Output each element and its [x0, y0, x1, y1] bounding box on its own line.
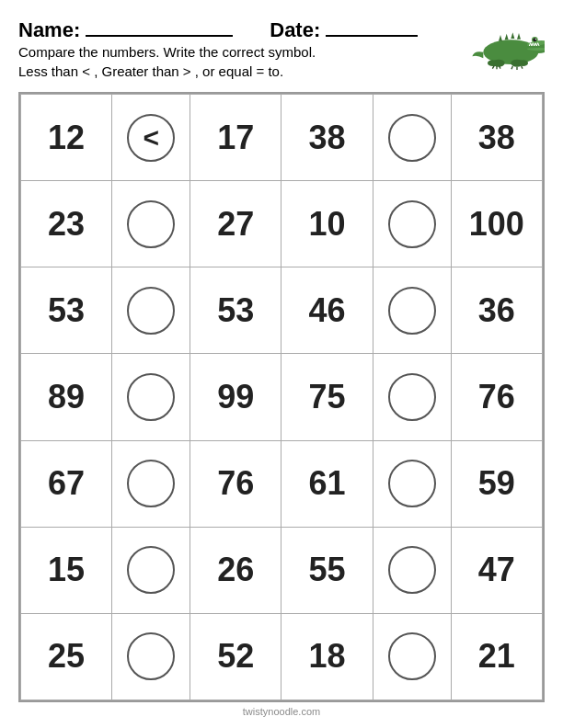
right-num2: 100: [451, 181, 542, 267]
right-num2: 76: [451, 354, 542, 440]
name-underline[interactable]: [86, 17, 233, 37]
svg-point-12: [518, 60, 528, 66]
left-symbol-circle[interactable]: [127, 546, 175, 594]
left-circle[interactable]: [112, 527, 190, 613]
left-num1: 15: [21, 527, 112, 613]
name-date-area: Name: Date: Compare the numbers. Write t…: [18, 17, 418, 88]
left-circle[interactable]: <: [112, 95, 190, 181]
left-circle[interactable]: [112, 181, 190, 267]
instruction-line1: Compare the numbers. Write the correct s…: [18, 42, 418, 62]
right-circle[interactable]: [373, 181, 451, 267]
left-num1: 25: [21, 613, 112, 700]
right-circle[interactable]: [373, 267, 451, 354]
left-num2: 53: [190, 267, 282, 354]
left-circle[interactable]: [112, 354, 190, 440]
name-field: Name:: [18, 17, 233, 42]
left-num2: 17: [190, 95, 282, 181]
svg-marker-8: [499, 35, 502, 41]
right-symbol-circle[interactable]: [388, 114, 436, 162]
right-num1: 46: [282, 267, 373, 354]
left-symbol-circle[interactable]: [127, 632, 175, 680]
svg-line-16: [511, 66, 512, 69]
left-num2: 52: [190, 613, 282, 700]
right-num2: 38: [451, 95, 542, 181]
right-circle[interactable]: [373, 354, 451, 440]
instructions: Compare the numbers. Write the correct s…: [18, 42, 418, 81]
instruction-line2: Less than < , Greater than > , or equal …: [18, 62, 418, 81]
right-num1: 61: [282, 440, 373, 527]
name-label: Name:: [18, 18, 80, 42]
name-date: Name: Date:: [18, 17, 418, 42]
left-num1: 89: [21, 354, 112, 440]
right-circle[interactable]: [373, 95, 451, 181]
left-symbol-circle[interactable]: [127, 373, 175, 421]
page: Name: Date: Compare the numbers. Write t…: [0, 0, 563, 728]
right-num1: 55: [282, 527, 373, 613]
comparison-table-container: 12 < 17 38 38 23 27 10 100 53: [18, 92, 545, 702]
left-symbol-circle[interactable]: [127, 287, 175, 335]
right-symbol-circle[interactable]: [388, 287, 436, 335]
right-symbol-circle[interactable]: [388, 460, 436, 507]
svg-marker-6: [511, 32, 514, 39]
right-symbol-circle[interactable]: [388, 632, 436, 680]
header-row: Name: Date: Compare the numbers. Write t…: [18, 17, 545, 88]
left-num2: 76: [190, 440, 282, 527]
svg-marker-7: [517, 33, 521, 40]
alligator-icon: [471, 17, 545, 72]
right-num1: 38: [282, 95, 373, 181]
right-circle[interactable]: [373, 440, 451, 527]
left-num2: 26: [190, 527, 282, 613]
svg-point-11: [488, 60, 498, 66]
right-num1: 75: [282, 354, 373, 440]
left-symbol-circle[interactable]: [127, 460, 175, 507]
left-symbol-circle[interactable]: <: [127, 114, 175, 162]
left-symbol-circle[interactable]: [127, 200, 175, 248]
date-label: Date:: [270, 18, 320, 42]
right-num2: 59: [451, 440, 542, 527]
right-num2: 21: [451, 613, 542, 700]
left-circle[interactable]: [112, 613, 190, 700]
date-field: Date:: [270, 17, 418, 42]
right-num1: 10: [282, 181, 373, 267]
comparison-table: 12 < 17 38 38 23 27 10 100 53: [20, 94, 543, 700]
svg-marker-5: [505, 34, 509, 40]
right-symbol-circle[interactable]: [388, 200, 436, 248]
right-num1: 18: [282, 613, 373, 700]
left-circle[interactable]: [112, 440, 190, 527]
footer-text: twistynoodle.com: [243, 706, 320, 717]
svg-point-3: [533, 38, 536, 41]
left-num1: 12: [21, 95, 112, 181]
footer: twistynoodle.com: [18, 702, 545, 719]
left-circle[interactable]: [112, 267, 190, 354]
left-num2: 99: [190, 354, 282, 440]
svg-point-4: [535, 39, 536, 40]
svg-line-18: [522, 66, 523, 69]
right-circle[interactable]: [373, 613, 451, 700]
left-num1: 23: [21, 181, 112, 267]
left-num1: 67: [21, 440, 112, 527]
date-underline[interactable]: [326, 17, 418, 37]
right-num2: 36: [451, 267, 542, 354]
right-symbol-circle[interactable]: [388, 546, 436, 594]
right-circle[interactable]: [373, 527, 451, 613]
left-num2: 27: [190, 181, 282, 267]
right-symbol-circle[interactable]: [388, 373, 436, 421]
left-num1: 53: [21, 267, 112, 354]
right-num2: 47: [451, 527, 542, 613]
